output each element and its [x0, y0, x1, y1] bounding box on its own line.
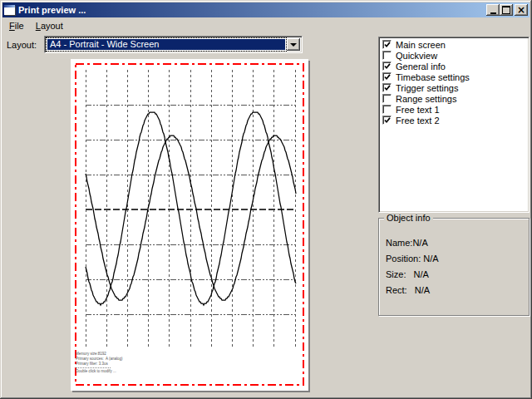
- list-item-label: General info: [392, 62, 446, 71]
- minimize-icon: [490, 12, 496, 14]
- checkbox-checked-icon[interactable]: [382, 40, 392, 49]
- window-controls: ×: [486, 4, 528, 16]
- window-title: Print preview ...: [15, 5, 486, 15]
- general-info-block[interactable]: Memory size:8192Primary sources: A (anal…: [76, 352, 123, 374]
- list-item[interactable]: Free text 1: [382, 104, 529, 115]
- checkbox-checked-icon[interactable]: [382, 83, 392, 92]
- combobox-dropdown-button[interactable]: [287, 38, 300, 51]
- close-icon: ×: [517, 6, 525, 14]
- maximize-button[interactable]: [500, 4, 513, 16]
- list-item-label: Range settings: [392, 94, 456, 104]
- list-item[interactable]: Free text 2: [382, 115, 529, 126]
- checkbox-unchecked-icon[interactable]: [382, 105, 392, 114]
- list-item[interactable]: General info: [382, 61, 529, 71]
- checkbox-checked-icon[interactable]: [382, 72, 392, 81]
- layout-selected-value[interactable]: A4 - Portrait - Wide Screen: [47, 39, 285, 50]
- list-item[interactable]: Main screen: [382, 39, 529, 50]
- list-item-label: Quickview: [392, 51, 437, 61]
- title-bar: Print preview ... ×: [2, 2, 530, 17]
- layout-combobox[interactable]: A4 - Portrait - Wide Screen: [44, 36, 303, 53]
- list-item[interactable]: Timebase settings: [382, 71, 529, 82]
- object-info-line: Rect: N/A: [386, 283, 439, 298]
- maximize-icon: [502, 6, 510, 14]
- checkbox-unchecked-icon[interactable]: [382, 94, 392, 103]
- page-margin-outline: [76, 64, 303, 385]
- menu-layout[interactable]: Layout: [31, 19, 68, 32]
- object-info-line: Position: N/A: [386, 251, 439, 267]
- list-item-label: Trigger settings: [392, 83, 458, 93]
- footer-separator: [76, 367, 111, 368]
- footer-text-line: Primary filter: 3.3us: [76, 362, 123, 367]
- print-preview-window: Print preview ... × File Layout Layout: …: [0, 0, 532, 399]
- preview-page[interactable]: Memory size:8192Primary sources: A (anal…: [71, 59, 308, 391]
- checkbox-checked-icon[interactable]: [382, 62, 392, 71]
- list-item-label: Free text 1: [392, 105, 440, 115]
- footer-text-line: Double click to modify ...: [76, 369, 123, 374]
- object-info-line: Size: N/A: [386, 267, 439, 283]
- object-info-lines: Name:N/APosition: N/ASize: N/ARect: N/A: [386, 235, 439, 298]
- list-item-label: Free text 2: [392, 116, 440, 126]
- object-info-line: Name:N/A: [386, 235, 439, 251]
- list-item[interactable]: Quickview: [382, 50, 529, 61]
- chevron-down-icon: [290, 43, 297, 50]
- checkbox-checked-icon[interactable]: [382, 116, 392, 125]
- list-item[interactable]: Trigger settings: [382, 82, 529, 93]
- list-item[interactable]: Range settings: [382, 93, 529, 104]
- list-item-label: Main screen: [392, 40, 446, 50]
- menu-file[interactable]: File: [4, 19, 29, 32]
- close-button[interactable]: ×: [515, 4, 528, 16]
- checkbox-unchecked-icon[interactable]: [382, 51, 392, 60]
- object-info-group: Object info Name:N/APosition: N/ASize: N…: [378, 218, 530, 316]
- minimize-button[interactable]: [486, 4, 500, 16]
- preview-plot[interactable]: [71, 59, 308, 391]
- list-item-label: Timebase settings: [392, 72, 470, 82]
- app-window-icon[interactable]: [4, 5, 15, 15]
- object-info-title: Object info: [384, 213, 433, 223]
- layout-label: Layout:: [7, 40, 37, 50]
- print-options-list[interactable]: Main screenQuickviewGeneral infoTimebase…: [378, 37, 530, 213]
- menu-bar: File Layout: [2, 17, 530, 34]
